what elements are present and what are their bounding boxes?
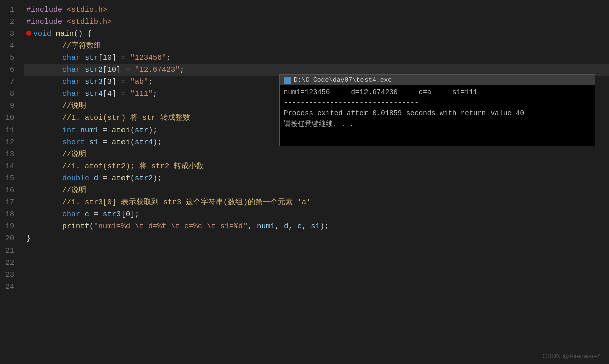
code-line: char c = str3[0]; <box>24 209 609 221</box>
terminal-line: num1=123456 d=12.674230 c=a s1=111 <box>284 87 591 98</box>
code-token: //1. atof(str2); 将 str2 转成小数 <box>62 162 204 171</box>
code-token: //1. str3[0] 表示获取到 str3 这个字符串(数组)的第一个元素 … <box>62 198 311 207</box>
code-line: printf("num1=%d \t d=%f \t c=%c \t s1=%d… <box>24 221 609 233</box>
code-token: "123456" <box>130 54 166 62</box>
code-token: char <box>62 66 80 74</box>
code-token: [4] = <box>103 90 130 98</box>
code-token: s1 <box>311 222 320 231</box>
code-token: ); <box>153 174 162 183</box>
code-token: //说明 <box>62 150 86 159</box>
code-line: char str[10] = "123456"; <box>24 52 609 64</box>
code-token <box>62 18 67 26</box>
code-token: short <box>62 138 85 147</box>
line-number: 13 <box>4 149 14 161</box>
code-token: char <box>62 78 80 86</box>
line-number: 24 <box>4 281 14 293</box>
terminal-body: num1=123456 d=12.674230 c=a s1=111------… <box>280 85 595 146</box>
code-token: <stdlib.h> <box>67 18 112 26</box>
code-token <box>51 30 56 38</box>
terminal-title-bar: D:\C Code\day07\test4.exe <box>280 75 595 85</box>
line-number: 23 <box>4 269 14 281</box>
code-token: atoi <box>112 126 130 135</box>
code-token <box>26 78 62 86</box>
code-token <box>26 102 62 110</box>
code-line: #include <stdio.h> <box>24 4 609 16</box>
line-number: 6 <box>4 64 14 76</box>
code-token: () { <box>74 30 92 38</box>
code-token: char <box>62 210 80 219</box>
code-token: char <box>62 90 80 98</box>
line-number: 3 <box>4 28 14 40</box>
code-token: num1 <box>257 222 275 231</box>
code-token: str <box>135 126 148 135</box>
line-number: 20 <box>4 233 14 245</box>
code-token: //字符数组 <box>62 42 101 50</box>
line-number: 8 <box>4 88 14 100</box>
line-number: 2 <box>4 16 14 28</box>
terminal-line: -------------------------------- <box>284 98 591 108</box>
code-token: ); <box>320 222 329 231</box>
code-token <box>26 66 62 74</box>
code-token: str2 <box>85 66 103 74</box>
line-number: 11 <box>4 125 14 137</box>
code-editor: 123456789101112131415161718192021222324 … <box>0 0 609 364</box>
code-token: //说明 <box>62 186 86 195</box>
line-number: 7 <box>4 76 14 88</box>
line-number: 12 <box>4 137 14 149</box>
code-token <box>26 210 62 219</box>
code-token: str3 <box>103 210 121 219</box>
code-area: 123456789101112131415161718192021222324 … <box>0 0 609 364</box>
code-token: #include <box>26 6 62 14</box>
line-numbers: 123456789101112131415161718192021222324 <box>0 0 20 364</box>
code-token: str4 <box>85 90 103 98</box>
code-token: = <box>98 126 112 135</box>
code-token <box>26 222 62 231</box>
code-token: char <box>62 54 80 62</box>
code-token: ( <box>130 174 135 183</box>
code-token: [3] = <box>103 78 130 86</box>
code-token: d <box>94 174 98 183</box>
code-line: //说明 <box>24 149 609 161</box>
terminal-popup[interactable]: D:\C Code\day07\test4.exe num1=123456 d=… <box>279 74 595 146</box>
code-token: ); <box>148 126 157 135</box>
code-line: //说明 <box>24 185 609 197</box>
code-line: //字符数组 <box>24 40 609 52</box>
code-token: [10] = <box>103 66 135 74</box>
code-token: int <box>62 126 76 135</box>
code-token <box>26 150 62 159</box>
code-token <box>26 114 62 123</box>
code-token: str2 <box>135 174 153 183</box>
code-token: ; <box>148 78 153 86</box>
code-token: d <box>284 222 288 231</box>
code-token <box>26 198 62 207</box>
code-token <box>80 66 85 74</box>
code-content[interactable]: #include <stdio.h>#include <stdlib.h>voi… <box>20 0 609 364</box>
code-line: double d = atof(str2); <box>24 173 609 185</box>
code-token: ; <box>153 90 157 98</box>
code-token: = <box>98 174 112 183</box>
code-token: , <box>275 222 284 231</box>
code-token: "12.67423" <box>135 66 180 74</box>
code-line: //1. atof(str2); 将 str2 转成小数 <box>24 161 609 173</box>
code-token: , <box>288 222 297 231</box>
line-number: 17 <box>4 197 14 209</box>
line-number: 10 <box>4 112 14 125</box>
code-token: "num1=%d \t d=%f \t c=%c \t s1=%d" <box>94 222 248 231</box>
code-token <box>80 54 85 62</box>
code-token: str4 <box>135 138 153 147</box>
code-token <box>80 90 85 98</box>
line-number: 19 <box>4 221 14 233</box>
code-token <box>76 126 80 135</box>
code-token <box>80 210 85 219</box>
code-token: [10] = <box>98 54 130 62</box>
code-token: ); <box>153 138 162 147</box>
code-token: double <box>62 174 89 183</box>
code-token <box>26 54 62 62</box>
code-token: ; <box>180 66 184 74</box>
code-token: , <box>302 222 311 231</box>
terminal-icon <box>284 77 291 84</box>
code-token <box>26 174 62 183</box>
terminal-line: Process exited after 0.01859 seconds wit… <box>284 108 591 119</box>
code-token: [0]; <box>121 210 139 219</box>
code-token: atof <box>112 174 130 183</box>
